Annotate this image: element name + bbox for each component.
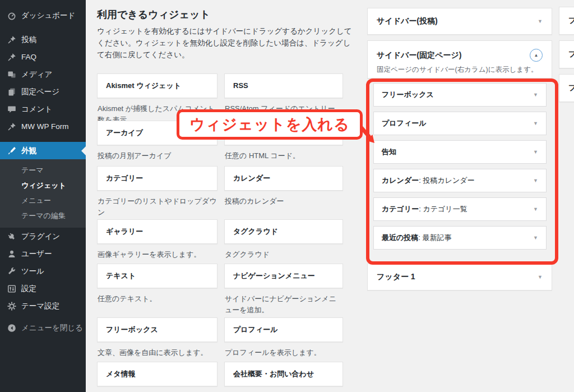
sidebar-item-theme-settings[interactable]: テーマ設定 (0, 297, 86, 315)
plugin-icon (7, 232, 16, 241)
sidebar-item-label: FAQ (21, 53, 36, 61)
sidebar-area-title: サイドバー(投稿) (377, 16, 438, 26)
sidebar-item-pages[interactable]: 固定ページ (0, 83, 86, 100)
gear-icon (7, 301, 16, 311)
sidebar-item-tools[interactable]: ツール (0, 262, 86, 280)
widget-card[interactable]: フリーボックス (97, 317, 217, 342)
sidebar-item-mw-wp-form[interactable]: MW WP Form (0, 118, 86, 135)
sidebar-area-partial-2: フ (559, 40, 574, 68)
widgets-admin-page: 利用できるウィジェット ウィジェットを有効化するにはサイドバーにドラッグするかク… (86, 0, 574, 392)
available-widget-gallery: ギャラリー 画像ギャラリーを表示します。 (97, 219, 217, 260)
placed-widget-title: カテゴリー (382, 205, 419, 213)
widget-card[interactable]: プロフィール (224, 317, 343, 342)
available-widget-calendar: カレンダー 投稿のカレンダー (224, 166, 343, 207)
sidebar-item-label: ツール (21, 266, 44, 276)
placed-widget-categories[interactable]: カテゴリーカテゴリ一覧 ▼ (373, 197, 547, 221)
sidebar-area-header[interactable]: フ (559, 41, 574, 68)
available-widget-profile: プロフィール プロフィールを表示します。 (224, 317, 343, 358)
sidebar-item-media[interactable]: メディア (0, 66, 86, 83)
sidebar-area-header[interactable]: サイドバー(固定ページ) ▲ (368, 41, 552, 65)
sidebar-area-header[interactable]: フッター 1 ▼ (368, 264, 552, 289)
sidebar-item-faq[interactable]: FAQ (0, 48, 86, 66)
chevron-down-icon[interactable]: ▼ (533, 150, 538, 155)
placed-widget-subtitle: カテゴリ一覧 (419, 205, 467, 213)
placed-widget-notice[interactable]: 告知 ▼ (373, 140, 547, 164)
placed-widget-recent-posts[interactable]: 最近の投稿最新記事 ▼ (373, 226, 547, 250)
collapse-toggle[interactable]: ▲ (530, 49, 543, 62)
widget-description: 文章、画像を自由に表示します。 (98, 347, 217, 358)
sidebar-item-settings[interactable]: 設定 (0, 280, 86, 297)
submenu-item-menus[interactable]: メニュー (0, 193, 86, 208)
submenu-item-editor[interactable]: テーマの編集 (0, 208, 86, 223)
sidebar-item-appearance[interactable]: 外観 (0, 142, 86, 159)
placed-widget-subtitle: 最新記事 (418, 233, 451, 242)
placed-widget-profile[interactable]: プロフィール ▼ (373, 112, 547, 135)
sidebar-area-title: フッター 1 (377, 272, 415, 282)
placed-widget-title: 最近の投稿 (382, 233, 418, 242)
widget-description: タグクラウド (225, 249, 342, 260)
sidebar-area-title: フ (568, 83, 574, 93)
widget-card[interactable]: メタ情報 (97, 362, 217, 386)
sidebar-area-posts: サイドバー(投稿) ▼ (367, 8, 552, 35)
chevron-down-icon[interactable]: ▼ (533, 207, 538, 212)
sidebar-item-plugins[interactable]: プラグイン (0, 228, 86, 245)
placed-widget-subtitle: 投稿カレンダー (419, 176, 474, 185)
sidebar-item-label: ユーザー (21, 249, 52, 259)
chevron-up-icon: ▲ (534, 53, 539, 58)
sidebar-item-posts[interactable]: 投稿 (0, 31, 86, 48)
sidebar-item-label: 固定ページ (21, 87, 59, 97)
available-widget-company: 会社概要・お問い合わせ (224, 362, 343, 386)
placed-widget-title: 告知 (382, 147, 396, 156)
available-widget-tagcloud: タグクラウド タグクラウド (224, 219, 343, 260)
placed-widget-title: カレンダー (382, 176, 419, 185)
sidebar-item-comments[interactable]: コメント (0, 100, 86, 118)
sidebar-area-title: フ (568, 49, 574, 59)
sidebar-item-dashboard[interactable]: ダッシュボード (0, 7, 86, 24)
placed-widget-title: プロフィール (382, 119, 427, 127)
menu-separator (0, 315, 86, 319)
dashboard-icon (7, 11, 16, 20)
sidebar-item-label: 外観 (21, 146, 36, 156)
chevron-down-icon[interactable]: ▼ (533, 93, 538, 98)
sidebar-area-footer1: フッター 1 ▼ (367, 264, 552, 290)
submenu-item-widgets[interactable]: ウィジェット (0, 178, 86, 193)
sidebar-item-users[interactable]: ユーザー (0, 245, 86, 262)
placed-widget-freebox[interactable]: フリーボックス ▼ (373, 83, 547, 107)
menu-separator (0, 135, 86, 142)
chevron-down-icon[interactable]: ▼ (533, 178, 538, 183)
sidebar-area-header[interactable]: フ (559, 7, 574, 34)
pin-icon (7, 35, 16, 44)
widget-description: 投稿の月別アーカイブ (98, 150, 217, 162)
widget-card[interactable]: テキスト (97, 264, 217, 288)
sidebar-area-header[interactable]: フ (559, 75, 574, 102)
widget-card[interactable]: カテゴリー (97, 166, 217, 191)
widget-card[interactable]: ナビゲーションメニュー (224, 264, 343, 288)
comment-icon (7, 104, 16, 114)
chevron-down-icon[interactable]: ▼ (533, 121, 538, 126)
widget-card[interactable]: RSS (224, 73, 343, 98)
sidebar-item-label: メディア (21, 70, 52, 80)
pages-icon (7, 87, 16, 96)
menu-separator (0, 24, 86, 31)
chevron-down-icon[interactable]: ▼ (538, 19, 543, 24)
widget-card[interactable]: 会社概要・お問い合わせ (224, 362, 343, 386)
available-widget-rss: RSS RSS/Atom フィードのエントリー (224, 73, 343, 114)
user-icon (7, 249, 16, 259)
sidebar-item-collapse-menu[interactable]: メニューを閉じる (0, 319, 86, 336)
widget-card[interactable]: ギャラリー (97, 219, 217, 244)
chevron-down-icon[interactable]: ▼ (533, 236, 538, 241)
placed-widget-calendar[interactable]: カレンダー投稿カレンダー ▼ (373, 169, 547, 192)
available-widget-navmenu: ナビゲーションメニュー サイドバーにナビゲーションメニューを追加。 (224, 264, 343, 316)
submenu-item-themes[interactable]: テーマ (0, 163, 86, 178)
widget-card[interactable]: タグクラウド (224, 219, 343, 244)
available-widget-freebox: フリーボックス 文章、画像を自由に表示します。 (97, 317, 217, 358)
widget-card[interactable]: Akismet ウィジェット (97, 73, 217, 98)
admin-sidebar: ダッシュボード 投稿 FAQ メディア 固定ページ コメント MW WP For… (0, 0, 86, 392)
sidebar-area-partial-3: フ (559, 74, 574, 102)
sidebar-area-header[interactable]: サイドバー(投稿) ▼ (368, 8, 552, 34)
widget-card[interactable]: カレンダー (224, 166, 343, 191)
chevron-down-icon[interactable]: ▼ (538, 275, 543, 280)
media-icon (7, 70, 16, 79)
wrench-icon (7, 266, 16, 276)
collapse-icon (7, 323, 16, 333)
